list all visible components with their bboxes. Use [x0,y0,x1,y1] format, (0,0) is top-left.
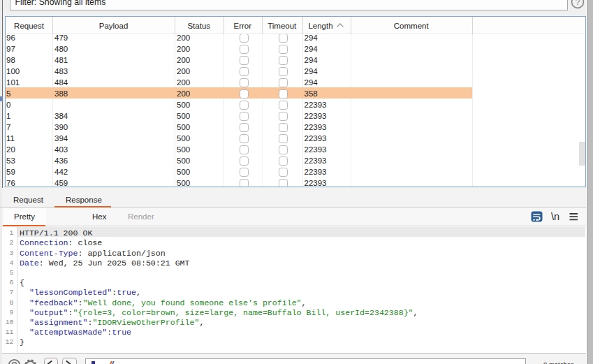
svg-text:?: ? [576,0,580,7]
